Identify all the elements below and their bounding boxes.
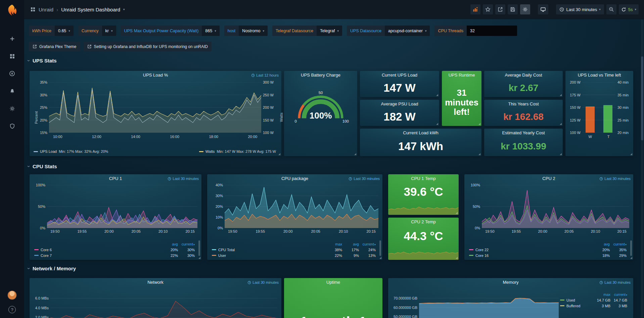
variable-label: UPS Max Output Power Capacity (Watt) bbox=[121, 26, 202, 36]
variable-value-dropdown[interactable]: Nostromo bbox=[239, 26, 268, 36]
panel-title[interactable]: Memory bbox=[388, 280, 633, 285]
panel-title[interactable]: Average Daily Cost bbox=[484, 73, 563, 78]
variable-value-dropdown[interactable]: apcupsd-container bbox=[385, 26, 430, 36]
stat-value: 147 kWh bbox=[398, 140, 443, 152]
ups-bar-chart[interactable] bbox=[582, 82, 616, 133]
legend-series-toggle[interactable]: Core 7 bbox=[34, 254, 161, 258]
sidebar-item-create[interactable] bbox=[5, 34, 19, 43]
cpu-threads-input[interactable]: 32 bbox=[467, 26, 517, 36]
panel-title[interactable]: CPU 1 Temp bbox=[388, 176, 459, 181]
zoom-out-button[interactable] bbox=[606, 4, 616, 14]
caret-down-icon bbox=[111, 29, 113, 33]
panel-title[interactable]: UPS Load % bbox=[30, 73, 281, 78]
template-variable-telegraf-datasource[interactable]: Telegraf Datasource Telegraf bbox=[272, 26, 342, 36]
sidebar-item-dashboards[interactable] bbox=[5, 52, 19, 60]
panel-title[interactable]: UPS Runtime bbox=[442, 73, 481, 78]
cpu2-chart[interactable] bbox=[482, 185, 629, 228]
caret-down-icon[interactable] bbox=[123, 8, 125, 11]
legend-scrollbar[interactable] bbox=[198, 240, 200, 256]
dashboard-link-ups-monitoring-guide[interactable]: Setting up Grafana and InfluxDB for UPS … bbox=[84, 42, 212, 51]
axis-tick-label: 20:10 bbox=[339, 229, 348, 233]
dashboard-settings-button[interactable] bbox=[520, 4, 530, 14]
chevron-down-icon: › bbox=[26, 166, 32, 167]
legend-series-toggle[interactable]: Buffered bbox=[560, 304, 594, 308]
axis-tick-label: 10:00 bbox=[53, 135, 62, 139]
scrollbar-thumb[interactable] bbox=[641, 56, 643, 140]
refresh-interval-label[interactable]: 5s bbox=[628, 7, 633, 12]
panel-title[interactable]: This Years Cost bbox=[484, 101, 563, 106]
user-avatar[interactable] bbox=[7, 290, 17, 300]
legend-series-toggle[interactable]: WattsMin: 147 W Max: 278 W Avg: 175 W bbox=[199, 149, 276, 153]
add-panel-button[interactable] bbox=[470, 4, 480, 14]
template-variable-ups-max-output[interactable]: UPS Max Output Power Capacity (Watt) 865 bbox=[121, 26, 220, 36]
template-variable-currency[interactable]: Currency kr bbox=[78, 26, 116, 36]
legend-series-toggle[interactable]: User bbox=[212, 254, 325, 258]
variable-label: CPU Threads bbox=[434, 26, 467, 36]
panel-title[interactable]: UPS Battery Charge bbox=[284, 73, 357, 78]
panel-title[interactable]: Uptime bbox=[284, 280, 382, 285]
panel-title[interactable]: Estimated Yearly Cost bbox=[484, 130, 563, 135]
legend-column-header[interactable]: avg bbox=[161, 242, 178, 246]
save-dashboard-button[interactable] bbox=[508, 4, 518, 14]
time-range-picker[interactable]: Last 30 minutes bbox=[556, 4, 604, 14]
legend-column-header[interactable]: current bbox=[178, 242, 195, 246]
sidebar-item-alerting[interactable] bbox=[5, 87, 19, 95]
legend-series-toggle[interactable]: Core 22 bbox=[469, 248, 593, 252]
page-scrollbar[interactable] bbox=[641, 19, 643, 317]
legend-column-header[interactable]: current bbox=[610, 242, 627, 246]
dashboard-link-plex-theme[interactable]: Grafana Plex Theme bbox=[29, 42, 80, 51]
variable-value-dropdown[interactable]: 865 bbox=[202, 26, 219, 36]
template-variable-kwh-price[interactable]: kWh Price 0.65 bbox=[29, 26, 74, 36]
legend-series-toggle[interactable]: CPU Total bbox=[212, 248, 325, 252]
legend-column-header[interactable]: current bbox=[610, 292, 627, 297]
legend-column-header[interactable]: max bbox=[325, 242, 342, 246]
variable-value-dropdown[interactable]: kr bbox=[102, 26, 116, 36]
legend-column-header[interactable]: avg bbox=[342, 242, 359, 246]
zoom-out-icon bbox=[609, 7, 614, 12]
row-toggle-cpu-stats[interactable]: ›CPU Stats bbox=[28, 164, 57, 169]
breadcrumb-folder[interactable]: Unraid bbox=[39, 7, 53, 12]
legend-value: 30% bbox=[178, 248, 195, 252]
row-toggle-network-memory[interactable]: ›Network / Memory bbox=[28, 266, 76, 271]
panel-title[interactable]: UPS Load vs Time left bbox=[565, 73, 633, 78]
panel-title[interactable]: Average PSU Load bbox=[360, 101, 439, 106]
breadcrumb-dashboard-title[interactable]: Unraid System Dashboard bbox=[61, 7, 120, 12]
variable-value-dropdown[interactable]: Telegraf bbox=[317, 26, 342, 36]
legend-column-header[interactable]: avg bbox=[593, 242, 610, 246]
sidebar-item-server-admin[interactable] bbox=[5, 122, 19, 130]
legend-series-toggle[interactable]: Used bbox=[560, 298, 594, 302]
legend-series-toggle[interactable]: Core 16 bbox=[469, 254, 593, 258]
grafana-logo[interactable] bbox=[5, 3, 19, 17]
legend-column-header[interactable]: max bbox=[594, 292, 610, 297]
legend-series-toggle[interactable]: UPS LoadMin: 17% Max: 32% Avg: 20% bbox=[34, 149, 108, 153]
panel-title[interactable]: Current Load kWh bbox=[360, 130, 481, 135]
time-range-label: Last 30 minutes bbox=[566, 7, 597, 12]
network-chart[interactable] bbox=[50, 293, 277, 318]
memory-chart[interactable] bbox=[419, 293, 559, 318]
template-variable-ups-datasource[interactable]: UPS Datasource apcupsd-container bbox=[347, 26, 430, 36]
help-icon[interactable]: ? bbox=[8, 306, 16, 313]
cpu-package-chart[interactable] bbox=[225, 185, 378, 228]
ups-load-chart[interactable] bbox=[49, 82, 261, 133]
legend-scrollbar[interactable] bbox=[379, 240, 381, 256]
variable-value-dropdown[interactable]: 0.65 bbox=[55, 26, 74, 36]
panel-title[interactable]: Network bbox=[30, 280, 281, 285]
sidebar-item-explore[interactable] bbox=[5, 69, 19, 78]
template-variable-cpu-threads[interactable]: CPU Threads 32 bbox=[434, 26, 517, 36]
cycle-view-mode-button[interactable] bbox=[538, 4, 548, 14]
panel-title[interactable]: Current UPS Load bbox=[360, 73, 439, 78]
panel-title[interactable]: CPU 2 Temp bbox=[388, 219, 459, 224]
refresh-button[interactable]: 5s bbox=[619, 4, 639, 14]
cpu1-chart[interactable] bbox=[47, 185, 197, 228]
legend-column-header[interactable]: current bbox=[359, 242, 376, 246]
legend-scrollbar[interactable] bbox=[630, 240, 632, 256]
row-toggle-ups-stats[interactable]: ›UPS Stats bbox=[28, 58, 57, 63]
share-dashboard-button[interactable] bbox=[495, 4, 505, 14]
template-variable-host[interactable]: host Nostromo bbox=[224, 26, 268, 36]
axis-tick-label: 20:10 bbox=[158, 229, 168, 233]
sidebar-item-configuration[interactable] bbox=[5, 104, 19, 113]
legend-value: 20% bbox=[161, 248, 178, 252]
legend-series-toggle[interactable]: Core 6 bbox=[34, 248, 161, 252]
star-dashboard-button[interactable] bbox=[483, 4, 493, 14]
series-color-dash bbox=[34, 255, 39, 256]
